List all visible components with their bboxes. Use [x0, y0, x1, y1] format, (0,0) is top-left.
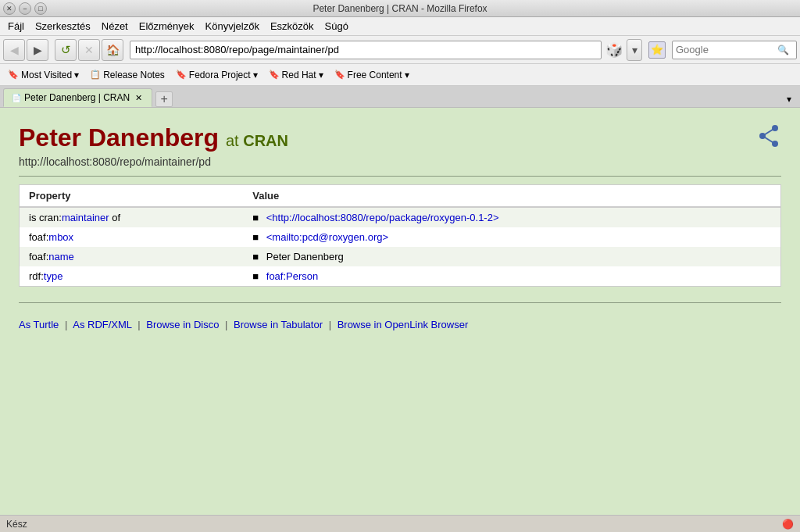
- status-right: 🔴: [782, 519, 794, 530]
- page-title: Peter Danenberg at CRAN: [19, 123, 781, 152]
- bookmark-free-content-label: Free Content: [348, 70, 402, 80]
- bookmark-release-notes[interactable]: 📋 Release Notes: [85, 68, 170, 82]
- table-cell-property: rdf:type: [20, 266, 244, 287]
- footer-divider: [19, 302, 781, 303]
- table-cell-property: is cran:maintainer of: [20, 207, 244, 227]
- table-header-property: Property: [20, 185, 244, 208]
- table-row: foaf:mbox ■ <mailto:pcd@roxygen.org>: [20, 227, 781, 247]
- bookmark-free-content-icon: 🔖: [334, 70, 345, 80]
- address-bar[interactable]: [130, 41, 602, 59]
- cube-icon[interactable]: 🎲: [603, 39, 625, 61]
- tab-close-button[interactable]: ✕: [133, 92, 144, 103]
- new-tab-button[interactable]: +: [155, 91, 173, 107]
- search-input[interactable]: [673, 44, 774, 55]
- forward-button[interactable]: ▶: [27, 39, 48, 61]
- footer-link-disco[interactable]: Browse in Disco: [146, 319, 219, 330]
- bookmark-redhat-arrow: ▾: [319, 70, 323, 80]
- tabs-bar: 📄 Peter Danenberg | CRAN ✕ + ▾: [0, 86, 800, 108]
- value-text-name: Peter Danenberg: [266, 251, 344, 262]
- menu-history[interactable]: Előzmények: [134, 19, 199, 34]
- table-cell-value: ■ <mailto:pcd@roxygen.org>: [243, 227, 780, 247]
- footer-link-openlink[interactable]: Browse in OpenLink Browser: [338, 319, 469, 330]
- table-cell-property: foaf:name: [20, 247, 244, 266]
- bookmark-redhat-icon: 🔖: [269, 70, 280, 80]
- reload-button[interactable]: ↺: [55, 39, 77, 61]
- tabs-dropdown-button[interactable]: ▾: [781, 91, 797, 107]
- share-icon-container[interactable]: [756, 123, 781, 151]
- separator-4: |: [329, 319, 331, 330]
- bookmark-redhat[interactable]: 🔖 Red Hat ▾: [264, 68, 328, 82]
- person-name: Peter Danenberg: [19, 123, 219, 152]
- menu-help[interactable]: Súgó: [320, 19, 353, 34]
- page-url: http://localhost:8080/repo/maintainer/pd: [19, 155, 781, 168]
- footer-links: As Turtle | As RDF/XML | Browse in Disco…: [19, 319, 781, 330]
- separator-3: |: [225, 319, 227, 330]
- title-bar-buttons: ✕ − □: [3, 2, 47, 15]
- page-content: Peter Danenberg at CRAN http://localhost…: [0, 108, 800, 346]
- menu-bookmarks[interactable]: Könyvjelzők: [201, 19, 264, 34]
- table-cell-value: ■ Peter Danenberg: [243, 247, 780, 266]
- table-row: is cran:maintainer of ■ <http://localhos…: [20, 207, 781, 227]
- footer-link-turtle[interactable]: As Turtle: [19, 319, 59, 330]
- star-button[interactable]: ⭐: [648, 41, 666, 59]
- bookmark-redhat-label: Red Hat: [282, 70, 316, 80]
- bullet-icon: ■: [252, 212, 259, 223]
- bookmark-fedora-label: Fedora Project: [189, 70, 251, 80]
- bookmark-free-content-arrow: ▾: [405, 70, 409, 80]
- bookmarks-bar: 🔖 Most Visited ▾ 📋 Release Notes 🔖 Fedor…: [0, 64, 800, 86]
- bookmark-free-content[interactable]: 🔖 Free Content ▾: [330, 68, 414, 82]
- menu-edit[interactable]: Szerkesztés: [30, 19, 95, 34]
- status-bar: Kész 🔴: [0, 515, 800, 532]
- bullet-icon: ■: [252, 270, 259, 282]
- bookmark-folder-icon: 🔖: [8, 70, 19, 80]
- svg-line-4: [762, 136, 775, 144]
- content-area: Peter Danenberg at CRAN http://localhost…: [0, 108, 800, 532]
- table-cell-property: foaf:mbox: [20, 227, 244, 247]
- status-text: Kész: [6, 519, 27, 530]
- data-table: Property Value is cran:maintainer of ■ <…: [19, 184, 781, 287]
- address-dropdown-button[interactable]: ▾: [627, 39, 642, 61]
- maximize-window-button[interactable]: □: [34, 2, 47, 15]
- prop-link-mbox[interactable]: mbox: [48, 231, 73, 243]
- tab-active[interactable]: 📄 Peter Danenberg | CRAN ✕: [3, 88, 152, 107]
- separator-2: |: [138, 319, 140, 330]
- menu-view[interactable]: Nézet: [97, 19, 133, 34]
- prop-link-type[interactable]: type: [44, 270, 63, 282]
- table-row: foaf:name ■ Peter Danenberg: [20, 247, 781, 266]
- bookmark-release-notes-label: Release Notes: [103, 70, 165, 80]
- minimize-window-button[interactable]: −: [19, 2, 31, 15]
- search-container: 🔍: [672, 41, 797, 59]
- menu-bar: Fájl Szerkesztés Nézet Előzmények Könyvj…: [0, 17, 800, 36]
- footer-link-tabulator[interactable]: Browse in Tabulator: [234, 319, 323, 330]
- menu-tools[interactable]: Eszközök: [266, 19, 319, 34]
- bookmark-most-visited[interactable]: 🔖 Most Visited ▾: [3, 68, 84, 82]
- back-button[interactable]: ◀: [3, 39, 25, 61]
- title-bar: ✕ − □ Peter Danenberg | CRAN - Mozilla F…: [0, 0, 800, 17]
- prop-link-name[interactable]: name: [48, 251, 74, 262]
- svg-line-3: [762, 128, 775, 136]
- home-button[interactable]: 🏠: [102, 39, 123, 61]
- status-icon: 🔴: [782, 519, 794, 530]
- tab-favicon: 📄: [12, 94, 21, 102]
- table-cell-value: ■ foaf:Person: [243, 266, 780, 287]
- value-link-type[interactable]: foaf:Person: [266, 270, 319, 282]
- bookmark-release-notes-icon: 📋: [90, 70, 101, 80]
- toolbar: ◀ ▶ ↺ ✕ 🏠 🎲 ▾ ⭐ 🔍: [0, 36, 800, 64]
- table-header-value: Value: [243, 185, 780, 208]
- stop-button[interactable]: ✕: [78, 39, 100, 61]
- value-link-mbox[interactable]: <mailto:pcd@roxygen.org>: [266, 231, 388, 243]
- close-window-button[interactable]: ✕: [3, 2, 16, 15]
- browser-window: ✕ − □ Peter Danenberg | CRAN - Mozilla F…: [0, 0, 800, 532]
- search-button[interactable]: 🔍: [774, 41, 791, 59]
- menu-file[interactable]: Fájl: [3, 19, 29, 34]
- window-title: Peter Danenberg | CRAN - Mozilla Firefox: [312, 3, 487, 14]
- bullet-icon: ■: [252, 231, 259, 243]
- bookmark-most-visited-arrow: ▾: [74, 70, 79, 80]
- page-header: Peter Danenberg at CRAN http://localhost…: [19, 123, 781, 168]
- cran-label: CRAN: [243, 132, 288, 149]
- value-link-roxygen[interactable]: <http://localhost:8080/repo/package/roxy…: [266, 212, 499, 223]
- tab-label: Peter Danenberg | CRAN: [24, 92, 130, 103]
- bookmark-fedora[interactable]: 🔖 Fedora Project ▾: [171, 68, 262, 82]
- prop-link-maintainer[interactable]: maintainer: [62, 212, 109, 223]
- footer-link-rdfxml[interactable]: As RDF/XML: [73, 319, 131, 330]
